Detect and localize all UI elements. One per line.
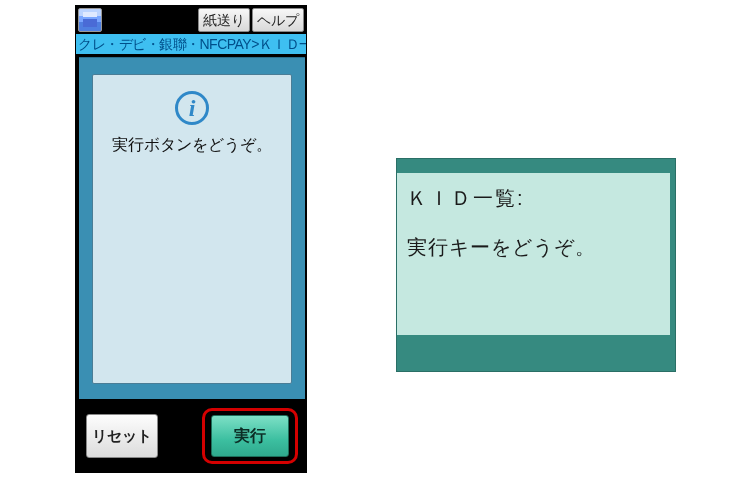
app-icon [78, 8, 102, 32]
reset-button[interactable]: リセット [86, 414, 158, 458]
terminal-device: 紙送り ヘルプ クレ・デビ・銀聯・NFCPAY>ＫＩＤ一覧 i 実行ボタンをどう… [75, 5, 307, 473]
bottom-panel: リセット 実行 [79, 399, 305, 471]
info-icon: i [175, 91, 209, 125]
info-message: 実行ボタンをどうぞ。 [93, 135, 291, 156]
exec-button[interactable]: 実行 [211, 415, 289, 457]
top-buttons: 紙送り ヘルプ [198, 8, 304, 32]
info-card: i 実行ボタンをどうぞ。 [92, 74, 292, 384]
breadcrumb: クレ・デビ・銀聯・NFCPAY>ＫＩＤ一覧 [76, 34, 306, 54]
help-button[interactable]: ヘルプ [252, 8, 304, 32]
secondary-display: ＫＩＤ一覧: 実行キーをどうぞ。 [396, 158, 676, 372]
exec-highlight-icon: 実行 [202, 408, 298, 464]
paper-feed-button[interactable]: 紙送り [198, 8, 250, 32]
secondary-display-message: 実行キーをどうぞ。 [407, 234, 660, 261]
secondary-display-inner: ＫＩＤ一覧: 実行キーをどうぞ。 [397, 173, 670, 335]
screen-area: i 実行ボタンをどうぞ。 リセット 実行 [79, 57, 305, 471]
secondary-display-title: ＫＩＤ一覧: [407, 185, 660, 212]
terminal-topbar: 紙送り ヘルプ [76, 6, 306, 34]
